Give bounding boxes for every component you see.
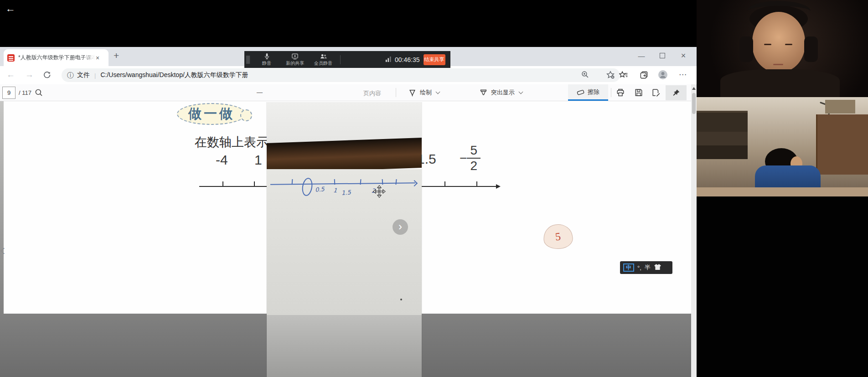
- headphone-earcup: [739, 36, 753, 62]
- handwritten-label: 1.5: [341, 189, 351, 196]
- highlighter-icon: [480, 89, 487, 97]
- nav-forward-icon[interactable]: →: [25, 70, 34, 80]
- mute-button[interactable]: 静音: [253, 51, 281, 68]
- webcam-feed-1[interactable]: [697, 0, 868, 97]
- read-aloud-label[interactable]: 页内容: [363, 89, 381, 98]
- shared-video-window: 0.5 1 1.5 2 ›: [267, 103, 422, 377]
- ime-punctuation-mode[interactable]: °,: [637, 264, 641, 271]
- handwritten-label: 0.5: [315, 186, 325, 193]
- draw-button[interactable]: 绘制: [408, 84, 439, 101]
- paper-speck: [400, 299, 402, 300]
- number-neg4: -4: [216, 152, 228, 168]
- video-lower-area: [267, 315, 422, 377]
- more-menu-icon[interactable]: ⋯: [679, 70, 687, 79]
- wardrobe: [816, 114, 868, 175]
- webcam-feed-3[interactable]: [697, 196, 868, 377]
- window-restore-button[interactable]: [652, 48, 673, 63]
- pdf-file-icon: [7, 54, 15, 62]
- person1-mouth: [773, 64, 783, 65]
- person1-eye: [764, 44, 771, 45]
- previous-page-icon[interactable]: ‹: [0, 241, 5, 258]
- ime-width-mode[interactable]: 半: [645, 263, 651, 272]
- address-field[interactable]: ⓘ 文件 | C:/Users/wangshuai/Desktop/人教版六年级…: [62, 68, 620, 82]
- ime-status-bar[interactable]: 中 °, 半: [620, 261, 672, 274]
- chevron-down-icon: [436, 90, 440, 94]
- share-timer: 00:46:35: [395, 56, 420, 63]
- move-cursor: [373, 185, 386, 200]
- refresh-icon[interactable]: [43, 71, 51, 81]
- number-line-right: [422, 186, 497, 187]
- pin-toolbar-button[interactable]: [666, 85, 687, 100]
- person1-eye: [785, 44, 792, 45]
- desk: [697, 187, 868, 196]
- headphone-earcup: [804, 36, 818, 62]
- browser-tab[interactable]: *人教版六年级数学下册电子课本 ×: [4, 49, 108, 66]
- save-as-icon[interactable]: [652, 88, 660, 98]
- drag-handle[interactable]: [246, 56, 250, 64]
- zoom-out-button[interactable]: —: [257, 89, 263, 96]
- window-close-button[interactable]: ×: [673, 48, 694, 63]
- next-page-button[interactable]: ›: [393, 219, 408, 235]
- eraser-icon: [577, 88, 584, 96]
- print-icon[interactable]: [616, 88, 625, 98]
- headphones-band-icon: [747, 1, 811, 22]
- handwritten-label: 1: [333, 187, 337, 194]
- chevron-down-icon: [519, 90, 523, 94]
- pdf-scrollbar[interactable]: [691, 84, 697, 377]
- microphone-icon: [264, 53, 270, 60]
- tab-title: *人教版六年级数学下册电子课本: [18, 54, 95, 62]
- erase-button[interactable]: 擦除: [568, 84, 608, 101]
- address-bar: ← → ⓘ 文件 | C:/Users/wangshuai/Desktop/人教…: [0, 66, 697, 84]
- collections-icon[interactable]: [640, 71, 648, 81]
- fraction-denominator: 2: [470, 160, 478, 172]
- number-line-tick: [476, 181, 477, 187]
- nav-back-icon[interactable]: ←: [6, 70, 15, 80]
- webcam-feed-2[interactable]: [697, 97, 868, 196]
- ime-skin-icon[interactable]: [654, 263, 661, 272]
- signal-strength-icon: [385, 56, 393, 64]
- screen-share-icon: [291, 53, 299, 60]
- window-minimize-button[interactable]: —: [631, 48, 652, 63]
- end-share-button[interactable]: 结束共享: [424, 54, 445, 65]
- pin-icon: [672, 89, 680, 97]
- person1-torso: [720, 69, 840, 97]
- exercise-prompt: 在数轴上表示: [195, 134, 269, 150]
- mute-all-button[interactable]: 全员静音: [309, 51, 337, 68]
- find-in-page-icon[interactable]: [35, 88, 43, 98]
- badge-bubble-dot: [240, 109, 252, 121]
- scrollbar-thumb[interactable]: [692, 93, 696, 114]
- zoom-icon[interactable]: [581, 71, 589, 80]
- number-line-left: [199, 186, 272, 187]
- page-number-input[interactable]: 9: [2, 87, 16, 99]
- pdf-toolbar: 9 / 117 — 页内容 绘制 突出显示 擦除: [0, 84, 691, 101]
- page-total-label: / 117: [19, 89, 31, 96]
- tab-close-icon[interactable]: ×: [96, 54, 99, 62]
- address-divider: |: [94, 72, 96, 79]
- info-icon[interactable]: ⓘ: [67, 71, 74, 80]
- storage-box: [825, 100, 855, 114]
- number-line-tick: [222, 181, 223, 187]
- favorites-bar-icon[interactable]: [619, 71, 628, 81]
- back-icon[interactable]: ←: [5, 3, 16, 15]
- do-it-badge: 做一做: [177, 103, 246, 125]
- highlight-button[interactable]: 突出显示: [480, 84, 522, 101]
- file-scheme-label: 文件: [77, 71, 90, 79]
- add-favorite-icon[interactable]: [606, 71, 615, 80]
- new-share-button[interactable]: 新的共享: [281, 51, 309, 68]
- people-icon: [320, 53, 327, 60]
- fraction-numerator: 5: [470, 144, 478, 157]
- number-1: 1: [254, 152, 262, 168]
- save-icon[interactable]: [635, 88, 643, 98]
- address-url: C:/Users/wangshuai/Desktop/人教版六年级数学下册: [100, 71, 248, 79]
- number-line-tick: [254, 181, 255, 187]
- scrollbar-up-icon[interactable]: [692, 87, 696, 90]
- video-table-edge: [267, 138, 422, 174]
- screen: ← *人教版六年级数学下册电子课本 × + — × ← → ⓘ 文件 | C:/…: [0, 0, 868, 377]
- ime-mode-chinese[interactable]: 中: [623, 263, 634, 272]
- webcam-panel: [697, 0, 868, 377]
- new-tab-button[interactable]: +: [114, 50, 119, 61]
- number-line-arrowhead: [496, 184, 501, 189]
- profile-avatar[interactable]: [657, 69, 668, 82]
- number-neg-five-halves: − 5 2: [460, 144, 480, 172]
- meeting-share-toolbar: 静音 新的共享 全员静音 00:46:35 结束共享: [244, 51, 450, 68]
